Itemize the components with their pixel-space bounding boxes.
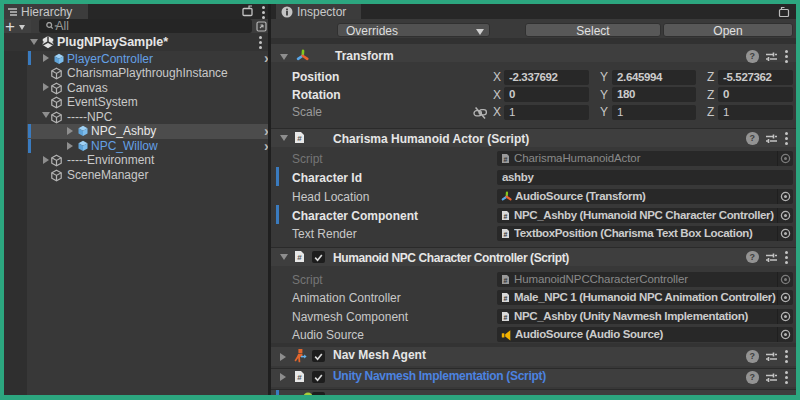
svg-text:#: # [504,277,508,284]
svg-text:#: # [297,373,302,382]
svg-text:#: # [504,230,508,237]
svg-text:#: # [297,134,302,143]
svg-text:#: # [504,155,508,162]
svg-text:#: # [297,253,302,262]
svg-text:#: # [504,314,508,321]
svg-text:#: # [504,295,508,302]
svg-text:#: # [504,212,508,219]
